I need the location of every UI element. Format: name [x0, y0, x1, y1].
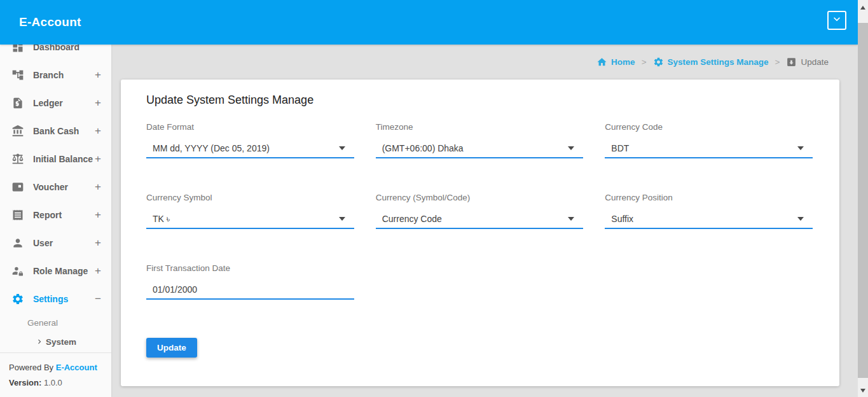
field-label: Date Format	[146, 122, 354, 132]
sidebar-item-branch[interactable]: Branch +	[0, 61, 111, 89]
currency-symbol-code-select[interactable]: Currency Code	[376, 210, 584, 229]
expand-plus-icon: +	[95, 153, 101, 165]
date-format-select[interactable]: MM dd, YYYY (Dec 05, 2019)	[146, 139, 354, 158]
caret-down-icon	[568, 217, 574, 221]
collapse-minus-icon: −	[95, 293, 101, 305]
chevron-down-icon	[830, 13, 843, 28]
caret-down-icon	[339, 217, 345, 221]
field-currency-code: Currency Code BDT	[605, 122, 813, 158]
sidebar-footer: Powered By E-Account Version: 1.0.0	[0, 352, 111, 397]
chevron-right-icon	[35, 337, 44, 346]
gear-icon	[11, 293, 24, 305]
timezone-select[interactable]: (GMT+06:00) Dhaka	[376, 139, 584, 158]
expand-plus-icon: +	[95, 181, 101, 193]
sidebar-item-ledger[interactable]: Ledger +	[0, 89, 111, 117]
powered-by-brand-link[interactable]: E-Account	[56, 363, 97, 372]
sidebar-item-label: User	[33, 238, 95, 248]
app-header: E-Account	[0, 0, 858, 45]
currency-symbol-select[interactable]: TK ৳	[146, 210, 354, 229]
submenu-item-label: System	[46, 337, 76, 347]
sidebar-item-label: Voucher	[33, 182, 95, 192]
sidebar-item-user[interactable]: User +	[0, 229, 111, 257]
version-line: Version: 1.0.0	[9, 375, 102, 391]
bank-icon	[11, 125, 24, 137]
sidebar-item-label: Settings	[33, 294, 95, 304]
caret-down-icon	[797, 217, 804, 221]
home-icon	[596, 57, 607, 67]
field-currency-symbol: Currency Symbol TK ৳	[146, 193, 354, 229]
expand-plus-icon: +	[95, 69, 101, 81]
powered-by-text: Powered By	[9, 363, 53, 372]
settings-submenu: General System	[0, 313, 111, 351]
powered-by-line: Powered By E-Account	[9, 360, 102, 375]
voucher-icon	[11, 181, 24, 193]
sidebar: Dashboard Branch + Ledger + Bank Cash +	[0, 45, 111, 397]
field-label: Timezone	[376, 122, 584, 132]
page-title: Update System Settings Manage	[146, 94, 813, 107]
app-title: E-Account	[19, 15, 81, 29]
field-currency-symbol-code: Currency (Symbol/Code) Currency Code	[376, 193, 584, 229]
breadcrumb-separator: >	[642, 57, 647, 67]
scrollbar-thumb[interactable]	[858, 23, 868, 378]
caret-down-icon	[568, 146, 574, 150]
role-lock-icon	[11, 265, 24, 277]
scroll-up-arrow-icon[interactable]	[860, 6, 865, 10]
sidebar-item-label: Branch	[33, 70, 95, 80]
sidebar-item-settings[interactable]: Settings −	[0, 285, 111, 313]
sidebar-menu: Dashboard Branch + Ledger + Bank Cash +	[0, 33, 111, 351]
browser-scrollbar[interactable]	[858, 0, 868, 397]
breadcrumb-current: Update	[786, 57, 829, 67]
caret-down-icon	[797, 146, 804, 150]
field-label: Currency (Symbol/Code)	[376, 193, 584, 202]
sidebar-item-bank-cash[interactable]: Bank Cash +	[0, 117, 111, 145]
breadcrumb-separator: >	[775, 57, 780, 67]
sidebar-item-voucher[interactable]: Voucher +	[0, 173, 111, 201]
expand-plus-icon: +	[95, 97, 101, 109]
sidebar-item-label: Report	[33, 210, 95, 220]
report-receipt-icon	[11, 209, 24, 221]
settings-form: Date Format MM dd, YYYY (Dec 05, 2019) T…	[146, 122, 813, 300]
breadcrumb-home-link[interactable]: Home	[596, 57, 635, 67]
breadcrumb-section-link[interactable]: System Settings Manage	[653, 57, 769, 67]
sidebar-item-report[interactable]: Report +	[0, 201, 111, 229]
scroll-down-arrow-icon[interactable]	[860, 389, 865, 393]
field-timezone: Timezone (GMT+06:00) Dhaka	[376, 122, 584, 158]
field-label: Currency Symbol	[146, 193, 354, 202]
submenu-item-label: General	[27, 318, 58, 328]
expand-plus-icon: +	[95, 209, 101, 221]
sidebar-item-label: Bank Cash	[33, 126, 95, 136]
first-transaction-date-input[interactable]	[146, 281, 354, 300]
expand-plus-icon: +	[95, 125, 101, 137]
settings-card: Update System Settings Manage Date Forma…	[121, 80, 839, 386]
sidebar-item-role-manage[interactable]: Role Manage +	[0, 257, 111, 285]
sidebar-item-label: Ledger	[33, 98, 95, 108]
balance-scale-icon	[11, 153, 24, 165]
currency-code-select[interactable]: BDT	[605, 139, 813, 158]
ledger-icon	[11, 97, 24, 109]
field-date-format: Date Format MM dd, YYYY (Dec 05, 2019)	[146, 122, 354, 158]
version-value: 1.0.0	[44, 378, 62, 387]
branch-tree-icon	[11, 69, 24, 81]
version-label: Version:	[9, 378, 41, 387]
sidebar-item-label: Initial Balance	[33, 154, 95, 164]
breadcrumb: Home > System Settings Manage > Update	[111, 45, 858, 80]
update-box-icon	[786, 57, 797, 67]
field-first-transaction-date: First Transaction Date	[146, 263, 354, 300]
field-label: First Transaction Date	[146, 263, 354, 273]
caret-down-icon	[339, 146, 345, 150]
expand-plus-icon: +	[95, 265, 101, 277]
update-button[interactable]: Update	[146, 338, 197, 358]
submenu-item-system[interactable]: System	[0, 332, 111, 351]
user-icon	[11, 237, 24, 249]
sidebar-item-label: Role Manage	[33, 266, 95, 276]
currency-position-select[interactable]: Suffix	[605, 210, 813, 229]
field-currency-position: Currency Position Suffix	[605, 193, 813, 229]
gear-icon	[653, 57, 664, 67]
sidebar-item-initial-balance[interactable]: Initial Balance +	[0, 145, 111, 173]
header-dropdown-button[interactable]	[827, 11, 846, 30]
submenu-item-general[interactable]: General	[0, 313, 111, 332]
field-label: Currency Position	[605, 193, 813, 202]
field-label: Currency Code	[605, 122, 813, 132]
expand-plus-icon: +	[95, 237, 101, 249]
main-content: Home > System Settings Manage > Update U…	[111, 45, 858, 397]
